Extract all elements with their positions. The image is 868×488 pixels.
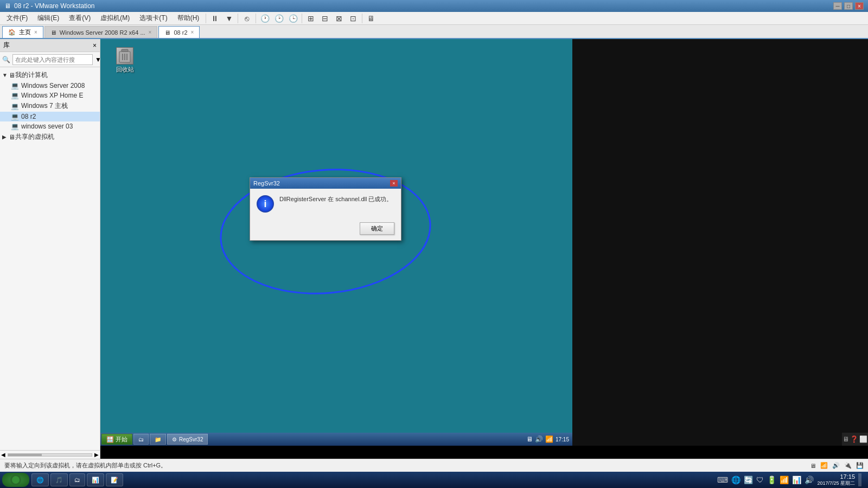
- toolbar-fullscreen[interactable]: ⊞: [304, 12, 317, 24]
- vmware-statusbar: 要将输入定向到该虚拟机，请在虚拟机内部单击或按 Ctrl+G。 🖥 📶 🔊 🔌 …: [0, 459, 868, 472]
- tree-root[interactable]: ▼ 🖥 我的计算机: [0, 69, 100, 81]
- sidebar-scrollbar[interactable]: ◀ ▶: [0, 450, 100, 459]
- dialog-body: i DllRegisterServer 在 schannel.dll 已成功。: [250, 189, 401, 219]
- dialog-title: RegSvr32: [253, 180, 280, 187]
- search-icon: 🔍: [2, 56, 10, 63]
- taskbar-item-1-icon: 🗂: [138, 436, 144, 442]
- toolbar-snapshot2[interactable]: 🕑: [272, 12, 285, 24]
- sidebar-close-icon[interactable]: ×: [93, 42, 97, 49]
- tab-08r2[interactable]: 🖥 08 r2 ×: [158, 26, 200, 38]
- menubar: 文件(F) 编辑(E) 查看(V) 虚拟机(M) 选项卡(T) 帮助(H) ⏸ …: [0, 12, 868, 25]
- tab-home[interactable]: 🏠 主页 ×: [2, 26, 43, 38]
- sidebar-item-shared[interactable]: ▶ 🖥 共享的虚拟机: [0, 131, 100, 143]
- menu-vm[interactable]: 虚拟机(M): [96, 12, 134, 24]
- statusbar-icon-monitor: 🖥: [810, 463, 816, 469]
- app-icon: 🖥: [4, 2, 11, 10]
- toolbar-sep-4: [362, 14, 362, 23]
- sidebar-item-winxp[interactable]: 💻 Windows XP Home E: [0, 91, 100, 100]
- win-app-3[interactable]: 🗂: [69, 473, 85, 486]
- tab-home-label: 主页: [19, 28, 31, 36]
- statusbar-message: 要将输入定向到该虚拟机，请在虚拟机内部单击或按 Ctrl+G。: [4, 461, 167, 470]
- vm-area[interactable]: 回收站 RegSvr32 × i DllRegisterServer 在 sch…: [100, 39, 868, 459]
- dialog-message: DllRegisterServer 在 schannel.dll 已成功。: [279, 195, 392, 203]
- search-dropdown-icon[interactable]: ▼: [95, 56, 100, 63]
- menu-edit[interactable]: 编辑(E): [33, 12, 63, 24]
- dialog-ok-button[interactable]: 确定: [360, 222, 394, 235]
- sidebar-item-winsever03[interactable]: 💻 windows sever 03: [0, 121, 100, 131]
- tab-win2008-icon: 🖥: [50, 29, 56, 36]
- shared-expand-icon: ▶: [2, 134, 9, 140]
- statusbar-icon-hd: 💾: [856, 462, 864, 469]
- toolbar-sep-3: [302, 14, 302, 23]
- vm-taskbar-regsvr32[interactable]: ⚙ RegSvr32: [167, 434, 208, 445]
- win-tray-icon-network: 🌐: [731, 476, 741, 484]
- win-app-4-icon: 📊: [92, 477, 99, 484]
- vm-taskbar: 🪟 开始 🗂 📁 ⚙ RegSvr32 🖥 🔊 📶 17:15: [100, 433, 572, 446]
- menu-file[interactable]: 文件(F): [2, 12, 32, 24]
- desktop-icon-recycle[interactable]: 回收站: [108, 47, 141, 74]
- menu-tabs[interactable]: 选项卡(T): [135, 12, 171, 24]
- win-tray-icon-sound: 🔊: [805, 476, 814, 484]
- sidebar-item-win7[interactable]: 💻 Windows 7 主栈: [0, 100, 100, 112]
- sidebar-search[interactable]: 🔍 ▼: [0, 52, 100, 67]
- scroll-left-icon[interactable]: ◀: [1, 452, 5, 458]
- tab-win2008-close[interactable]: ×: [149, 29, 152, 35]
- maximize-button[interactable]: □: [844, 2, 853, 10]
- scroll-thumb[interactable]: [8, 453, 92, 457]
- minimize-button[interactable]: ─: [833, 2, 842, 10]
- toolbar-unity[interactable]: ⊟: [318, 12, 331, 24]
- titlebar-controls: ─ □ ×: [833, 2, 864, 10]
- win-app-browser[interactable]: 🌐: [31, 473, 49, 486]
- tree-expand-icon: ▼: [2, 72, 9, 78]
- sidebar-item-shared-label: 共享的虚拟机: [15, 132, 54, 142]
- menu-view[interactable]: 查看(V): [65, 12, 95, 24]
- sidebar-item-win2008[interactable]: 💻 Windows Server 2008: [0, 81, 100, 91]
- statusbar-icon-network: 📶: [820, 462, 828, 469]
- win-start-button[interactable]: [2, 473, 29, 487]
- vm-ctrl-icon-3[interactable]: ⬜: [859, 435, 867, 443]
- vm-taskbar-item-1[interactable]: 🗂: [133, 434, 149, 445]
- win-app-4[interactable]: 📊: [87, 473, 104, 486]
- tree-root-icon: 🖥: [9, 72, 15, 79]
- statusbar-icon-usb: 🔌: [844, 462, 852, 469]
- win-app-2[interactable]: 🎵: [50, 473, 68, 486]
- sidebar-tree: ▼ 🖥 我的计算机 💻 Windows Server 2008 💻 Window…: [0, 67, 100, 450]
- toolbar-pause[interactable]: ⏸: [208, 12, 221, 24]
- dialog-close-button[interactable]: ×: [390, 180, 398, 187]
- vm-icon-win7: 💻: [11, 102, 19, 110]
- tab-home-close[interactable]: ×: [34, 29, 37, 35]
- toolbar-view[interactable]: 🖥: [365, 12, 378, 24]
- tab-08r2-close[interactable]: ×: [191, 29, 194, 35]
- sidebar-item-08r2[interactable]: 💻 08 r2: [0, 112, 100, 121]
- dialog-footer: 确定: [250, 219, 401, 240]
- win-app-browser-icon: 🌐: [36, 477, 44, 484]
- regsvr32-dialog: RegSvr32 × i DllRegisterServer 在 schanne…: [250, 177, 401, 241]
- win-tray-show-desktop[interactable]: [858, 473, 861, 486]
- start-icon: 🪟: [106, 436, 114, 443]
- toolbar-sep-1: [238, 14, 238, 23]
- vm-start-button[interactable]: 🪟 开始: [101, 434, 132, 445]
- vm-screen[interactable]: 回收站 RegSvr32 × i DllRegisterServer 在 sch…: [100, 39, 572, 446]
- close-button[interactable]: ×: [855, 2, 864, 10]
- vm-tray-icon-2: 🔊: [535, 435, 543, 443]
- windows-taskbar: 🌐 🎵 🗂 📊 📝 ⌨ 🌐 🔄 🛡 🔋 📶 📊 🔊 17:15 2017/7/2…: [0, 472, 868, 488]
- menu-help[interactable]: 帮助(H): [173, 12, 204, 24]
- vm-controls: 🖥 ❓ ⬜: [842, 433, 868, 446]
- toolbar-autofit[interactable]: ⊡: [347, 12, 360, 24]
- toolbar-snapshot[interactable]: 🕐: [258, 12, 271, 24]
- win-app-3-icon: 🗂: [74, 477, 80, 483]
- tab-win2008[interactable]: 🖥 Windows Server 2008 R2 x64 ... ×: [44, 26, 158, 38]
- sidebar-title: 库: [3, 41, 10, 50]
- toolbar-dropdown[interactable]: ▼: [222, 12, 235, 24]
- titlebar: 🖥 08 r2 - VMware Workstation ─ □ ×: [0, 0, 868, 12]
- win-app-5[interactable]: 📝: [106, 473, 123, 486]
- vm-ctrl-icon-2[interactable]: ❓: [850, 435, 858, 443]
- search-input[interactable]: [12, 54, 93, 65]
- toolbar-send-ctrlaltdel[interactable]: ⎋: [240, 12, 253, 24]
- vm-taskbar-item-2[interactable]: 📁: [150, 434, 166, 445]
- vm-ctrl-icon-1[interactable]: 🖥: [843, 435, 849, 443]
- sidebar-item-win2008-label: Windows Server 2008: [21, 82, 85, 89]
- toolbar-snapshot3[interactable]: 🕒: [286, 12, 299, 24]
- toolbar-stretch[interactable]: ⊠: [333, 12, 346, 24]
- scroll-right-icon[interactable]: ▶: [94, 452, 99, 458]
